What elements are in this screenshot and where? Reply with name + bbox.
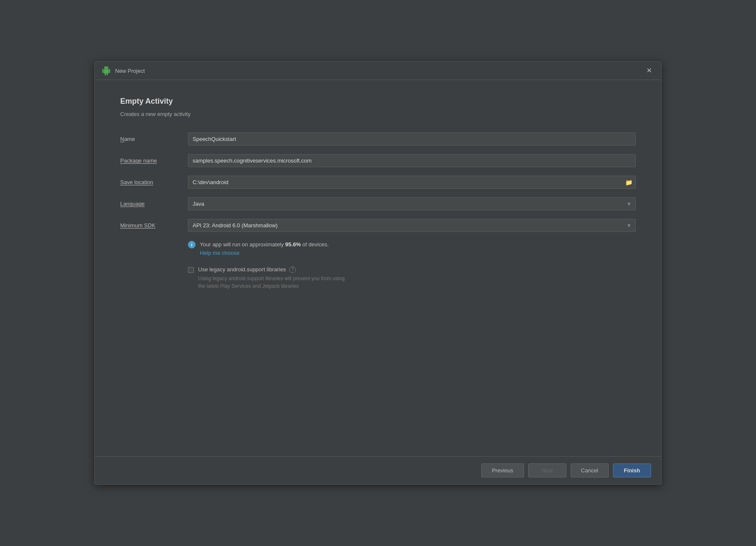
new-project-dialog: New Project ✕ Empty Activity Creates a n… xyxy=(94,61,662,485)
legacy-checkbox[interactable] xyxy=(188,267,194,273)
save-location-label: Save location xyxy=(120,179,188,185)
section-title: Empty Activity xyxy=(120,97,636,106)
language-select-wrapper: Java Kotlin ▼ xyxy=(188,197,636,210)
finish-button[interactable]: Finish xyxy=(613,463,651,477)
folder-icon: 📁 xyxy=(625,179,632,186)
min-sdk-row: Minimum SDK API 16: Android 4.1 (Jelly B… xyxy=(120,219,636,232)
help-me-choose-link[interactable]: Help me choose xyxy=(200,250,329,256)
min-sdk-select[interactable]: API 16: Android 4.1 (Jelly Bean) API 21:… xyxy=(188,219,636,232)
min-sdk-label: Minimum SDK xyxy=(120,222,188,229)
info-icon: i xyxy=(188,241,196,248)
sdk-info-content: Your app will run on approximately 95.6%… xyxy=(200,240,329,256)
save-location-wrapper: 📁 xyxy=(188,176,636,189)
legacy-label-row: Use legacy android.support libraries ? xyxy=(198,266,345,273)
package-label: Package name xyxy=(120,157,188,164)
package-row: Package name xyxy=(120,154,636,167)
name-input[interactable] xyxy=(188,132,636,146)
title-bar: New Project ✕ xyxy=(95,62,661,80)
sdk-info-text: Your app will run on approximately 95.6%… xyxy=(200,240,329,249)
title-bar-left: New Project xyxy=(102,66,145,75)
legacy-content: Use legacy android.support libraries ? U… xyxy=(198,266,345,290)
window-title: New Project xyxy=(115,68,145,74)
language-select[interactable]: Java Kotlin xyxy=(188,197,636,210)
min-sdk-select-wrapper: API 16: Android 4.1 (Jelly Bean) API 21:… xyxy=(188,219,636,232)
android-icon xyxy=(102,66,111,75)
legacy-row: Use legacy android.support libraries ? U… xyxy=(188,266,636,290)
section-subtitle: Creates a new empty activity xyxy=(120,111,636,117)
save-location-row: Save location 📁 xyxy=(120,176,636,189)
close-button[interactable]: ✕ xyxy=(644,66,654,75)
save-location-input[interactable] xyxy=(188,176,636,189)
dialog-footer: Previous Next Cancel Finish xyxy=(95,456,661,484)
legacy-description: Using legacy android.support libraries w… xyxy=(198,275,345,290)
next-button[interactable]: Next xyxy=(528,463,566,477)
language-row: Language Java Kotlin ▼ xyxy=(120,197,636,210)
cancel-button[interactable]: Cancel xyxy=(571,463,609,477)
legacy-label: Use legacy android.support libraries xyxy=(198,266,286,273)
package-input[interactable] xyxy=(188,154,636,167)
dialog-content: Empty Activity Creates a new empty activ… xyxy=(95,80,661,456)
name-label: Name xyxy=(120,136,188,142)
sdk-info-row: i Your app will run on approximately 95.… xyxy=(188,240,636,256)
language-label: Language xyxy=(120,201,188,207)
name-row: Name xyxy=(120,132,636,146)
previous-button[interactable]: Previous xyxy=(481,463,524,477)
legacy-help-icon[interactable]: ? xyxy=(289,266,296,273)
